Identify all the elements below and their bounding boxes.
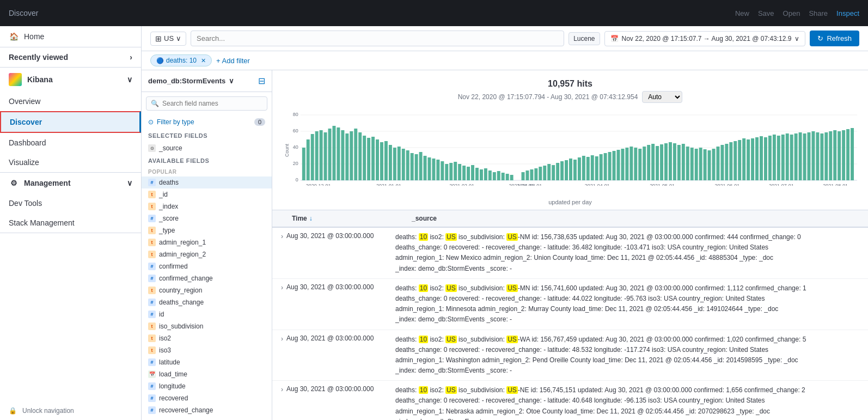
columns-toggle-icon[interactable]: ⊟: [258, 76, 265, 86]
field-item-longitude[interactable]: # longitude: [142, 380, 272, 392]
available-fields-title: Available fields: [142, 154, 272, 167]
field-item-confirmed-change[interactable]: # confirmed_change: [142, 272, 272, 284]
field-item-admin2[interactable]: t admin_region_2: [142, 248, 272, 260]
score-field-name: _score: [159, 215, 179, 222]
app-layout: 🏠 Home Recently viewed › Kibana ∨ Overvi…: [0, 26, 868, 420]
kibana-section-header[interactable]: Kibana ∨: [0, 68, 141, 92]
svg-rect-15: [324, 132, 327, 180]
src-val: US: [506, 233, 518, 241]
home-label: Home: [24, 32, 44, 41]
field-item-type[interactable]: t _type: [142, 224, 272, 236]
svg-rect-114: [760, 136, 763, 180]
table-row: › Aug 30, 2021 @ 03:00:00.000 deaths: 10…: [272, 228, 868, 279]
popular-fields-title: Popular: [142, 167, 272, 176]
index-pattern-selector[interactable]: ⊞ US ∨: [150, 32, 186, 46]
svg-text:2021-06-01: 2021-06-01: [714, 183, 739, 186]
expand-row-4[interactable]: ›: [281, 385, 283, 393]
src-val: US: [445, 233, 457, 241]
expand-row-3[interactable]: ›: [281, 334, 283, 343]
svg-rect-36: [415, 154, 418, 180]
field-item-recovered-change[interactable]: # recovered_change: [142, 404, 272, 416]
open-button[interactable]: Open: [783, 9, 800, 17]
refresh-button[interactable]: ↻ Refresh: [810, 31, 859, 46]
sidebar-item-discover[interactable]: Discover: [0, 111, 141, 133]
field-item-load-time[interactable]: 📅 load_time: [142, 368, 272, 380]
svg-rect-62: [534, 168, 537, 180]
filter-chip-label: deaths: 10: [166, 57, 197, 64]
filter-by-type-row[interactable]: ⊙ Filter by type 0: [142, 115, 272, 129]
svg-rect-135: [851, 128, 854, 180]
field-item-iso3[interactable]: t iso3: [142, 344, 272, 356]
field-item-score[interactable]: # _score: [142, 212, 272, 224]
svg-rect-121: [790, 135, 793, 180]
field-item-admin1[interactable]: t admin_region_1 +: [142, 236, 272, 248]
svg-rect-10: [302, 148, 305, 180]
filter-by-type-label: Filter by type: [157, 118, 194, 126]
sidebar-item-visualize[interactable]: Visualize: [0, 153, 141, 172]
svg-rect-54: [493, 172, 496, 180]
content-area: ⊞ US ∨ Lucene 📅 Nov 22, 2020 @ 17:15:07.…: [142, 26, 868, 420]
add-filter-button[interactable]: + Add filter: [216, 57, 250, 65]
svg-rect-68: [560, 161, 564, 180]
field-item-source[interactable]: ⊙ _source: [142, 142, 272, 154]
index-chevron-icon[interactable]: ∨: [229, 77, 234, 85]
sidebar-item-overview[interactable]: Overview: [0, 92, 141, 111]
chevron-down-icon-mgmt: ∨: [127, 179, 132, 187]
sidebar-item-home[interactable]: 🏠 Home: [0, 26, 141, 47]
inspect-button[interactable]: Inspect: [836, 9, 859, 17]
field-item-id2[interactable]: # id: [142, 308, 272, 320]
source-type-icon: ⊙: [148, 144, 156, 152]
svg-rect-81: [617, 150, 620, 180]
save-button[interactable]: Save: [758, 9, 774, 17]
field-item-index[interactable]: t _index: [142, 200, 272, 212]
svg-rect-83: [625, 148, 628, 180]
svg-rect-122: [794, 133, 798, 180]
recently-viewed-header[interactable]: Recently viewed ›: [0, 47, 141, 67]
search-fields-input[interactable]: [162, 100, 262, 107]
field-item-confirmed[interactable]: # confirmed: [142, 260, 272, 272]
lucene-badge[interactable]: Lucene: [569, 32, 600, 45]
col-time-header[interactable]: Time ↓: [292, 215, 412, 222]
top-nav-actions: New Save Open Share Inspect: [735, 9, 859, 17]
svg-rect-128: [820, 133, 823, 180]
svg-rect-29: [384, 141, 388, 180]
col-source-header: _source: [412, 215, 859, 222]
field-item-deaths[interactable]: # deaths: [142, 176, 272, 188]
search-input[interactable]: [191, 31, 564, 46]
svg-rect-28: [380, 142, 383, 180]
expand-row-2[interactable]: ›: [281, 283, 283, 291]
discover-main: demo_db:StormEvents ∨ ⊟ 🔍 ⊙ Filter by ty…: [142, 70, 868, 420]
sidebar-item-dashboard[interactable]: Dashboard: [0, 133, 141, 153]
field-item-id[interactable]: t _id: [142, 188, 272, 200]
gear-icon: ⚙: [9, 178, 19, 188]
results-table: Time ↓ _source › Aug 30, 2021 @ 03:00:00…: [272, 210, 868, 420]
field-item-country[interactable]: t country_region: [142, 284, 272, 296]
filter-chip-remove[interactable]: ✕: [201, 57, 206, 64]
interval-selector[interactable]: Auto Daily Weekly: [642, 91, 682, 103]
sidebar-item-stack-management[interactable]: Stack Management: [0, 213, 141, 233]
field-item-latitude[interactable]: # latitude: [142, 356, 272, 368]
expand-row-1[interactable]: ›: [281, 232, 283, 240]
id-field-name: _id: [159, 191, 168, 198]
iso2-type-icon: t: [148, 334, 156, 342]
dashboard-label: Dashboard: [9, 138, 46, 147]
svg-rect-76: [595, 156, 598, 180]
field-item-iso2[interactable]: t iso2: [142, 332, 272, 344]
unlock-navigation-button[interactable]: 🔒 Unlock navigation: [0, 401, 141, 420]
field-item-deaths-change[interactable]: # deaths_change: [142, 296, 272, 308]
svg-rect-11: [307, 139, 310, 180]
share-button[interactable]: Share: [809, 9, 828, 17]
management-section-header[interactable]: ⚙ Management ∨: [0, 173, 141, 193]
svg-rect-108: [733, 141, 737, 180]
svg-rect-51: [480, 169, 483, 180]
svg-rect-34: [406, 150, 409, 180]
svg-rect-59: [522, 172, 525, 180]
field-item-iso-sub[interactable]: t iso_subdivision: [142, 320, 272, 332]
field-item-recovered[interactable]: # recovered: [142, 392, 272, 404]
sidebar-item-dev-tools[interactable]: Dev Tools: [0, 193, 141, 213]
svg-rect-124: [803, 133, 806, 180]
date-range-picker[interactable]: 📅 Nov 22, 2020 @ 17:15:07.7 → Aug 30, 20…: [604, 31, 806, 46]
index-field-name: _index: [159, 203, 178, 210]
new-button[interactable]: New: [735, 9, 749, 17]
filter-chip-deaths[interactable]: 🔵 deaths: 10 ✕: [150, 54, 212, 66]
